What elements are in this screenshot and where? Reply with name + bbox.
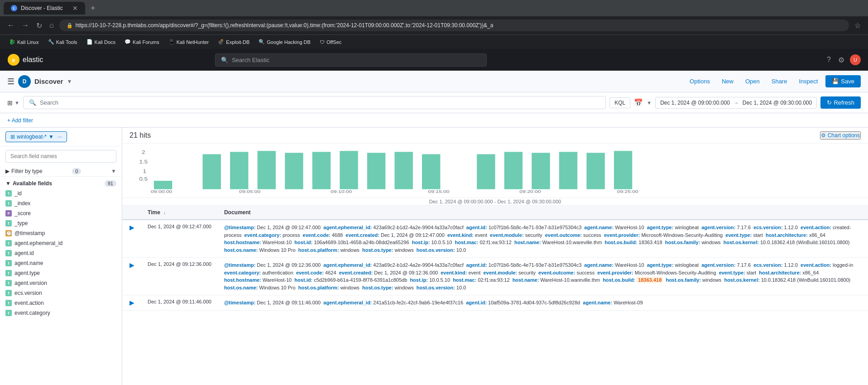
highlight-os-build: 18363.418 <box>637 277 663 283</box>
doc-key-host-hostname: host.hostname: <box>224 240 261 245</box>
doc-key-event-type: event.type: <box>725 232 752 238</box>
home-button[interactable]: ⌂ <box>48 19 56 31</box>
expand-row-button[interactable]: ▶ <box>128 261 136 269</box>
doc-cell: @timestamp: Dec 1, 2024 @ 09:12:47.000 a… <box>219 220 868 258</box>
discover-chevron-icon[interactable]: ▼ <box>67 78 72 85</box>
search-input-wrap[interactable]: 🔍 Search <box>23 96 606 109</box>
save-button[interactable]: 💾 Save <box>825 75 861 87</box>
doc-key-host-os-version: host.os.version: <box>417 285 455 290</box>
save-icon: 💾 <box>832 78 839 85</box>
hamburger-menu[interactable]: ☰ <box>7 77 14 87</box>
add-filter-button[interactable]: + Add filter <box>7 117 33 124</box>
svg-text:09:20:00: 09:20:00 <box>519 189 541 193</box>
search-input-placeholder: Search <box>40 99 58 106</box>
field-item-type[interactable]: t _type <box>0 218 122 228</box>
bookmark-google-hacking[interactable]: 🔍 Google Hacking DB <box>255 37 314 47</box>
refresh-button[interactable]: ↻ Refresh <box>820 96 861 109</box>
settings-icon[interactable]: ⚙ <box>836 54 846 66</box>
field-item-agent-type[interactable]: t agent.type <box>0 268 122 278</box>
svg-rect-6 <box>154 181 172 189</box>
open-button[interactable]: Open <box>741 76 764 87</box>
reload-button[interactable]: ↻ <box>34 19 44 32</box>
bookmark-kali-linux[interactable]: 🐉 Kali Linux <box>5 37 43 47</box>
browser-tab[interactable]: E Discover - Elastic ✕ <box>4 2 85 14</box>
user-avatar[interactable]: U <box>850 54 861 65</box>
field-item-id[interactable]: t _id <box>0 188 122 198</box>
field-type-badge: t <box>5 310 12 316</box>
index-pattern-chip[interactable]: ⊞ winlogbeat-* ▼ ··· <box>5 131 67 142</box>
svg-rect-18 <box>532 153 550 189</box>
inspect-button[interactable]: Inspect <box>795 76 822 87</box>
sidebar-search <box>0 146 122 166</box>
index-pattern-chevron: ▼ <box>48 134 54 140</box>
svg-text:2: 2 <box>142 150 145 155</box>
field-item-agent-id[interactable]: t agent.id <box>0 248 122 258</box>
bookmark-offsec[interactable]: 🛡 OffSec <box>316 38 345 47</box>
doc-key-host-os-family: host.os.family: <box>665 240 700 245</box>
field-item-timestamp[interactable]: 🕐 @timestamp <box>0 228 122 238</box>
doc-key-event-category: event.category: <box>245 232 281 238</box>
svg-rect-15 <box>422 154 440 189</box>
svg-rect-16 <box>477 154 495 189</box>
field-item-agent-ephemeral-id[interactable]: t agent.ephemeral_id <box>0 238 122 248</box>
bookmark-button[interactable]: ☆ <box>853 19 863 32</box>
field-item-event-category[interactable]: t event.category <box>0 308 122 318</box>
save-label: Save <box>841 78 854 85</box>
doc-key-event-action: event.action: <box>801 225 831 230</box>
doc-key-host-id: host.id: <box>294 277 312 283</box>
share-button[interactable]: Share <box>767 76 791 87</box>
bookmark-kali-docs[interactable]: 📄 Kali Docs <box>83 37 119 47</box>
filter-by-type-row[interactable]: ▶ Filter by type 0 ▼ <box>0 166 122 177</box>
doc-key-host-os-name: host.os.name: <box>224 247 258 253</box>
doc-key-host-arch: host.architecture: <box>766 232 808 238</box>
kql-button[interactable]: KQL <box>609 97 630 108</box>
svg-text:1.5: 1.5 <box>139 159 148 165</box>
new-tab-button[interactable]: + <box>88 4 98 13</box>
new-button[interactable]: New <box>718 76 738 87</box>
back-button[interactable]: ← <box>5 19 16 31</box>
options-button[interactable]: Options <box>686 76 714 87</box>
bookmark-kali-forums[interactable]: 💬 Kali Forums <box>121 37 163 47</box>
field-type-badge: t <box>5 260 12 266</box>
field-item-event-action[interactable]: t event.action <box>0 298 122 308</box>
doc-key-timestamp: @timestamp: <box>224 225 255 230</box>
help-icon[interactable]: ? <box>825 54 833 66</box>
sidebar: ⊞ winlogbeat-* ▼ ··· ▶ Filter by type 0 … <box>0 128 122 385</box>
header-search[interactable]: 🔍 Search Elastic <box>215 53 487 67</box>
expand-row-button[interactable]: ▶ <box>128 299 136 306</box>
search-field-names-input[interactable] <box>5 150 116 163</box>
discover-title: Discover <box>34 77 63 85</box>
index-selector[interactable]: ⊞ ▼ <box>7 99 19 106</box>
elastic-logo[interactable]: e elastic <box>7 53 43 66</box>
field-item-agent-name[interactable]: t agent.name <box>0 258 122 268</box>
time-column-header[interactable]: Time ↓ <box>142 206 219 220</box>
field-name: ecs.version <box>14 290 42 296</box>
field-item-score[interactable]: # _score <box>0 208 122 218</box>
doc-key-host-os-platform: host.os.platform: <box>298 285 339 290</box>
doc-key-ecs-version: ecs.version: <box>753 225 782 230</box>
bookmark-exploit-db[interactable]: 💣 Exploit-DB <box>214 37 253 47</box>
doc-cell: @timestamp: Dec 1, 2024 @ 09:12:36.000 a… <box>219 258 868 295</box>
forward-button[interactable]: → <box>20 19 31 31</box>
doc-key-event-kind: event.kind: <box>441 270 467 275</box>
field-item-index[interactable]: t _index <box>0 198 122 208</box>
time-picker[interactable]: Dec 1, 2024 @ 09:00:00.000 → Dec 1, 2024… <box>655 97 817 109</box>
url-bar[interactable]: 🔒 https://10-10-7-228.p.thmlabs.com/app/… <box>59 19 849 31</box>
histogram-svg: 2 1.5 1 0.5 <box>129 147 861 194</box>
svg-text:1: 1 <box>143 168 147 174</box>
doc-key-agent-id: agent.id: <box>466 225 487 230</box>
field-item-ecs-version[interactable]: t ecs.version <box>0 288 122 298</box>
bookmark-kali-tools[interactable]: 🔧 Kali Tools <box>44 37 81 47</box>
field-item-agent-version[interactable]: t agent.version <box>0 278 122 288</box>
doc-key-agent-id: agent.id: <box>466 300 487 305</box>
tab-close-button[interactable]: ✕ <box>72 5 78 12</box>
doc-key-agent-id: agent.id: <box>466 262 487 268</box>
search-input-icon: 🔍 <box>29 99 36 106</box>
chart-options-button[interactable]: ⚙ Chart options <box>820 131 861 140</box>
bookmark-kali-nethunter[interactable]: 📱 Kali NetHunter <box>165 37 213 47</box>
doc-key-host-mac: host.mac: <box>453 277 476 283</box>
doc-key-event-outcome: event.outcome: <box>545 232 582 238</box>
expand-row-button[interactable]: ▶ <box>128 224 136 231</box>
expand-column-header <box>122 206 142 220</box>
doc-key-agent-name: agent.name: <box>584 262 614 268</box>
